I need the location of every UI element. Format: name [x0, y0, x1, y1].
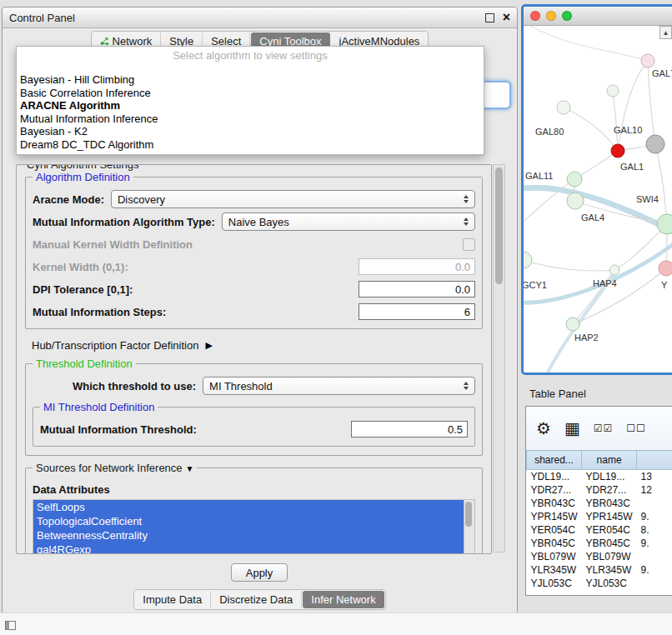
- attribute-item[interactable]: SelfLoops: [33, 500, 464, 514]
- node-table: shared...name YDL19...YDL19...13YDR27...…: [526, 450, 672, 590]
- table-cell[interactable]: YJL053C: [582, 577, 637, 590]
- network-node[interactable]: [566, 318, 579, 331]
- mi-threshold-input[interactable]: 0.5: [351, 421, 468, 438]
- algorithm-option[interactable]: Basic Correlation Inference: [17, 87, 484, 100]
- zoom-traffic-button[interactable]: [562, 11, 572, 21]
- network-node[interactable]: [657, 214, 672, 234]
- network-scrollbar-up[interactable]: ▲: [659, 26, 672, 39]
- algorithm-option[interactable]: Mutual Information Inference: [17, 112, 484, 126]
- table-header-cell[interactable]: shared...: [527, 451, 582, 470]
- algorithm-option[interactable]: ARACNE Algorithm: [17, 99, 484, 112]
- network-view-window: GAL7GAL80GAL10GAL11GAL1SWI4GAL4GCY1HAP4H…: [521, 4, 672, 375]
- network-node[interactable]: [609, 265, 619, 275]
- control-panel-titlebar[interactable]: Control Panel ×: [3, 8, 517, 28]
- select-all-checks-icon[interactable]: ☑☑: [594, 422, 614, 434]
- table-row[interactable]: YLR345WYLR345W9.: [527, 563, 672, 577]
- settings-scrollbar[interactable]: [493, 164, 505, 552]
- table-cell[interactable]: YLR345W: [582, 563, 637, 577]
- table-cell[interactable]: YPR145W: [527, 510, 582, 523]
- columns-icon[interactable]: ▦: [564, 418, 580, 438]
- table-cell[interactable]: [637, 550, 672, 563]
- table-cell[interactable]: 12: [637, 483, 672, 497]
- show-panel-icon[interactable]: [5, 621, 16, 630]
- table-cell[interactable]: 9.: [637, 563, 672, 577]
- scrollbar-thumb[interactable]: [495, 168, 503, 284]
- threshold-definition-group: Threshold Definition Which threshold to …: [25, 363, 483, 456]
- deselect-all-boxes-icon[interactable]: ☐☐: [626, 422, 646, 434]
- table-cell[interactable]: YER054C: [527, 523, 582, 537]
- kernel-width-input[interactable]: 0.0: [359, 258, 475, 275]
- table-cell[interactable]: YDL19...: [582, 470, 637, 484]
- table-cell[interactable]: YPR145W: [582, 510, 637, 523]
- tab-discretize-data[interactable]: Discretize Data: [211, 591, 302, 608]
- which-threshold-select[interactable]: MI Threshold: [203, 377, 475, 395]
- close-icon[interactable]: ×: [503, 11, 510, 24]
- manual-kernel-checkbox[interactable]: [463, 238, 475, 251]
- mi-type-select[interactable]: Naive Bayes: [222, 212, 475, 231]
- network-window-titlebar[interactable]: [524, 7, 672, 26]
- combo-value: MI Threshold: [209, 380, 460, 392]
- network-node[interactable]: [611, 144, 624, 158]
- sources-toggle[interactable]: Sources for Network Inference▼: [33, 462, 197, 475]
- attribute-item[interactable]: gal4RGexp: [33, 542, 464, 554]
- dpi-tolerance-input[interactable]: 0.0: [359, 281, 475, 298]
- table-cell[interactable]: YBL079W: [582, 550, 637, 563]
- table-header-cell[interactable]: name: [582, 451, 637, 470]
- network-svg[interactable]: GAL7GAL80GAL10GAL11GAL1SWI4GAL4GCY1HAP4H…: [524, 26, 672, 373]
- table-cell[interactable]: YBL079W: [527, 550, 582, 563]
- table-row[interactable]: YER054CYER054C8.: [527, 523, 672, 537]
- minimize-traffic-button[interactable]: [546, 11, 556, 21]
- apply-button[interactable]: Apply: [231, 563, 288, 582]
- attribute-item[interactable]: BetweennessCentrality: [33, 528, 464, 542]
- table-row[interactable]: YBR045CYBR045C9.: [527, 537, 672, 550]
- table-cell[interactable]: YDR27...: [527, 483, 582, 497]
- table-row[interactable]: YJL053CYJL053C: [527, 577, 672, 590]
- table-cell[interactable]: 9.: [637, 510, 672, 523]
- close-traffic-button[interactable]: [530, 11, 540, 21]
- table-row[interactable]: YPR145WYPR145W9.: [527, 510, 672, 523]
- gear-icon[interactable]: ⚙: [536, 418, 551, 438]
- field-value: 0.0: [455, 261, 470, 273]
- network-node[interactable]: [567, 172, 582, 187]
- attribute-item[interactable]: TopologicalCoefficient: [33, 514, 464, 528]
- table-cell[interactable]: YBR045C: [527, 537, 582, 550]
- algorithm-option[interactable]: Bayesian - Hill Climbing: [17, 73, 484, 87]
- table-row[interactable]: YBR043CYBR043C: [527, 497, 672, 510]
- attributes-scrollbar[interactable]: [464, 499, 475, 554]
- network-node[interactable]: [659, 261, 672, 276]
- network-node[interactable]: [641, 54, 654, 68]
- table-row[interactable]: YDL19...YDL19...13: [527, 470, 672, 484]
- network-node[interactable]: [567, 192, 584, 209]
- network-node[interactable]: [524, 252, 532, 268]
- tab-infer-network[interactable]: Infer Network: [303, 591, 384, 608]
- bottom-tabbar: Impute Data Discretize Data Infer Networ…: [3, 589, 517, 610]
- table-cell[interactable]: YBR043C: [527, 497, 582, 510]
- table-cell[interactable]: YLR345W: [527, 563, 582, 577]
- table-cell[interactable]: [637, 577, 672, 590]
- table-row[interactable]: YBL079WYBL079W: [527, 550, 672, 563]
- algorithm-option[interactable]: Dream8 DC_TDC Algorithm: [17, 138, 484, 152]
- hub-definition-toggle[interactable]: Hub/Transcription Factor Definition ▶: [32, 339, 476, 352]
- network-node[interactable]: [557, 101, 570, 114]
- field-value: 0.0: [455, 283, 470, 296]
- aracne-mode-select[interactable]: Discovery: [111, 190, 475, 208]
- float-window-icon[interactable]: [485, 13, 494, 22]
- table-cell[interactable]: YDL19...: [527, 470, 582, 484]
- mi-steps-label: Mutual Information Steps:: [33, 306, 166, 318]
- table-cell[interactable]: 13: [637, 470, 672, 484]
- network-node[interactable]: [607, 85, 619, 97]
- table-cell[interactable]: 8.: [637, 523, 672, 537]
- table-cell[interactable]: YJL053C: [527, 577, 582, 590]
- table-cell[interactable]: YER054C: [582, 523, 637, 537]
- table-header-cell[interactable]: [637, 451, 672, 470]
- mi-steps-input[interactable]: 6: [359, 303, 475, 320]
- table-cell[interactable]: [637, 497, 672, 510]
- tab-impute-data[interactable]: Impute Data: [134, 591, 211, 608]
- table-cell[interactable]: YBR045C: [582, 537, 637, 550]
- algorithm-option[interactable]: Bayesian - K2: [17, 125, 484, 138]
- table-cell[interactable]: YBR043C: [582, 497, 637, 510]
- table-row[interactable]: YDR27...YDR27...12: [527, 483, 672, 497]
- table-cell[interactable]: YDR27...: [582, 483, 637, 497]
- network-node[interactable]: [646, 135, 664, 153]
- table-cell[interactable]: 9.: [637, 537, 672, 550]
